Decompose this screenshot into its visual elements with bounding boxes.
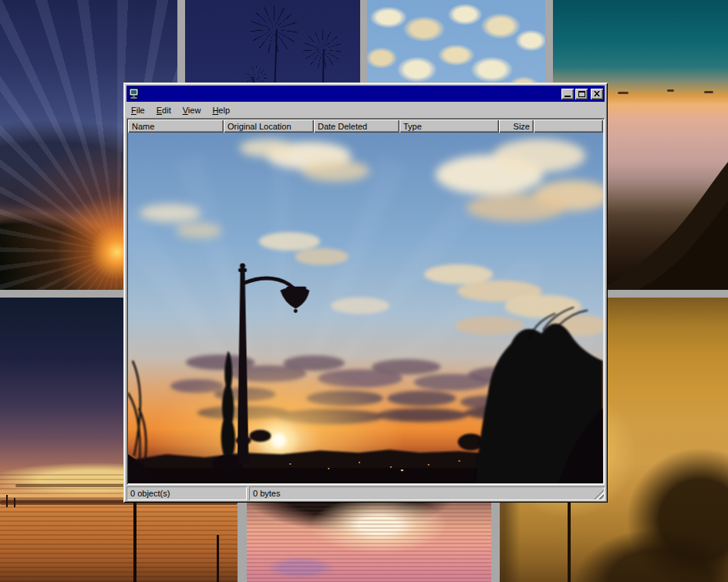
status-object-count: 0 object(s) xyxy=(126,486,247,500)
maximize-icon xyxy=(578,91,585,97)
file-list-view: Name Original Location Date Deleted Type… xyxy=(126,118,605,485)
column-header-row: Name Original Location Date Deleted Type… xyxy=(128,119,603,133)
menu-bar: File Edit View Help xyxy=(126,103,605,118)
column-header-blank[interactable] xyxy=(534,119,603,133)
menu-edit[interactable]: Edit xyxy=(152,104,176,116)
column-header-name[interactable]: Name xyxy=(128,119,224,133)
sunset-lamp-photo xyxy=(128,133,603,483)
minimize-button[interactable] xyxy=(561,89,574,99)
window-titlebar[interactable] xyxy=(126,86,605,102)
close-button[interactable] xyxy=(591,89,603,99)
minimize-icon xyxy=(565,96,571,97)
status-byte-count: 0 bytes xyxy=(249,486,605,500)
umbel-flower-silhouette xyxy=(249,5,298,54)
recycle-bin-window: File Edit View Help Name Original Locati… xyxy=(123,82,608,503)
column-header-date-deleted[interactable]: Date Deleted xyxy=(314,119,399,133)
list-content-area[interactable] xyxy=(128,133,603,483)
menu-help[interactable]: Help xyxy=(207,104,234,116)
umbel-flower-silhouette xyxy=(302,29,342,69)
column-header-type[interactable]: Type xyxy=(399,119,499,133)
column-header-original-location[interactable]: Original Location xyxy=(224,119,314,133)
column-header-size[interactable]: Size xyxy=(499,119,534,133)
water-ripples xyxy=(247,496,491,582)
menu-view[interactable]: View xyxy=(178,104,206,116)
status-bar: 0 object(s) 0 bytes xyxy=(126,486,605,500)
desktop: File Edit View Help Name Original Locati… xyxy=(0,0,728,582)
maximize-button[interactable] xyxy=(575,89,588,99)
close-icon xyxy=(594,91,600,96)
computer-icon xyxy=(128,88,140,99)
menu-file[interactable]: File xyxy=(126,104,150,116)
